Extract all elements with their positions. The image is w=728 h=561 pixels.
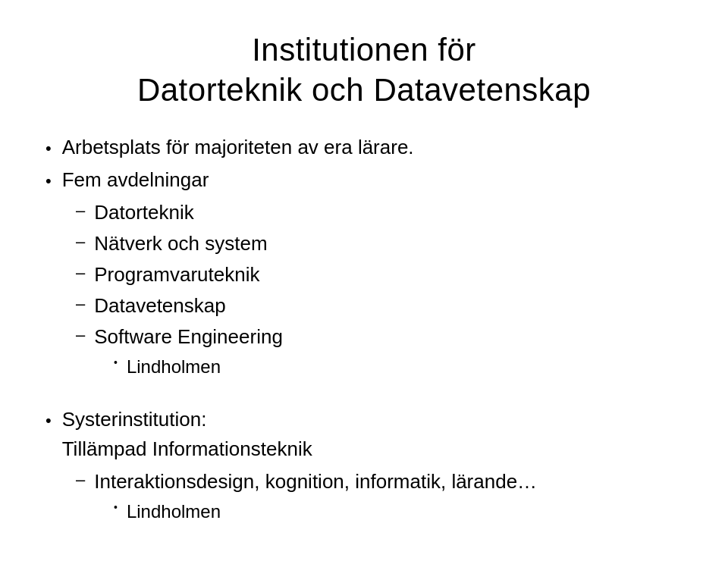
sub-item-datorteknik: – Datorteknik	[76, 198, 682, 227]
subsub-item-lindholmen-1: • Lindholmen	[114, 353, 682, 381]
slide: Institutionen för Datorteknik och Datave…	[0, 0, 728, 561]
bullet-text-1: Arbetsplats för majoriteten av era lärar…	[62, 133, 682, 162]
subsub-list-1: • Lindholmen	[114, 353, 682, 381]
bullet-text-2: Fem avdelningar	[62, 165, 682, 195]
sub-item-interaktionsdesign: – Interaktionsdesign, kognition, informa…	[76, 467, 682, 497]
subsub-dot-1: •	[114, 353, 118, 372]
bullet-item-2: • Fem avdelningar	[46, 165, 682, 195]
sub-text-interaktionsdesign: Interaktionsdesign, kognition, informati…	[94, 467, 682, 497]
dash-4: –	[76, 291, 85, 316]
slide-title: Institutionen för Datorteknik och Datave…	[46, 30, 682, 110]
bullet-dot-3: •	[46, 408, 52, 433]
sub-item-software-engineering: – Software Engineering	[76, 322, 682, 352]
bullet-dot-2: •	[46, 168, 52, 193]
subsub-dot-2: •	[114, 498, 118, 517]
sub-item-natverk: – Nätverk och system	[76, 229, 682, 259]
sub-text-datorteknik: Datorteknik	[94, 198, 682, 227]
bullet-text-3: Systerinstitution: Tillämpad Information…	[62, 405, 682, 464]
title-line1: Institutionen för	[46, 30, 682, 71]
sub-item-datavetenskap: – Datavetenskap	[76, 291, 682, 321]
section-gap	[46, 382, 682, 405]
dash-2: –	[76, 229, 85, 254]
subsub-list-2: • Lindholmen	[114, 498, 682, 525]
content-block: • Arbetsplats för majoriteten av era lär…	[46, 133, 682, 527]
dash-6: –	[76, 467, 85, 492]
bullet-item-1: • Arbetsplats för majoriteten av era lär…	[46, 133, 682, 162]
dash-1: –	[76, 198, 85, 223]
bullet-dot-1: •	[46, 136, 52, 161]
sub-list-2: – Interaktionsdesign, kognition, informa…	[76, 467, 682, 525]
sub-item-programvaruteknik: – Programvaruteknik	[76, 260, 682, 290]
title-line2: Datorteknik och Datavetenskap	[46, 71, 682, 111]
sub-list-1: – Datorteknik – Nätverk och system – Pro…	[76, 198, 682, 381]
bullet-item-3: • Systerinstitution: Tillämpad Informati…	[46, 405, 682, 464]
sub-text-programvaruteknik: Programvaruteknik	[94, 260, 682, 290]
sub-text-software-engineering: Software Engineering	[94, 322, 682, 352]
bullet3-line1: Systerinstitution:	[62, 408, 207, 431]
sub-text-datavetenskap: Datavetenskap	[94, 291, 682, 321]
bullet3-line2: Tillämpad Informationsteknik	[62, 437, 312, 460]
dash-3: –	[76, 260, 85, 285]
sub-text-natverk: Nätverk och system	[94, 229, 682, 259]
subsub-text-lindholmen-1: Lindholmen	[127, 353, 682, 381]
subsub-item-lindholmen-2: • Lindholmen	[114, 498, 682, 525]
subsub-text-lindholmen-2: Lindholmen	[127, 498, 682, 525]
dash-5: –	[76, 322, 85, 347]
